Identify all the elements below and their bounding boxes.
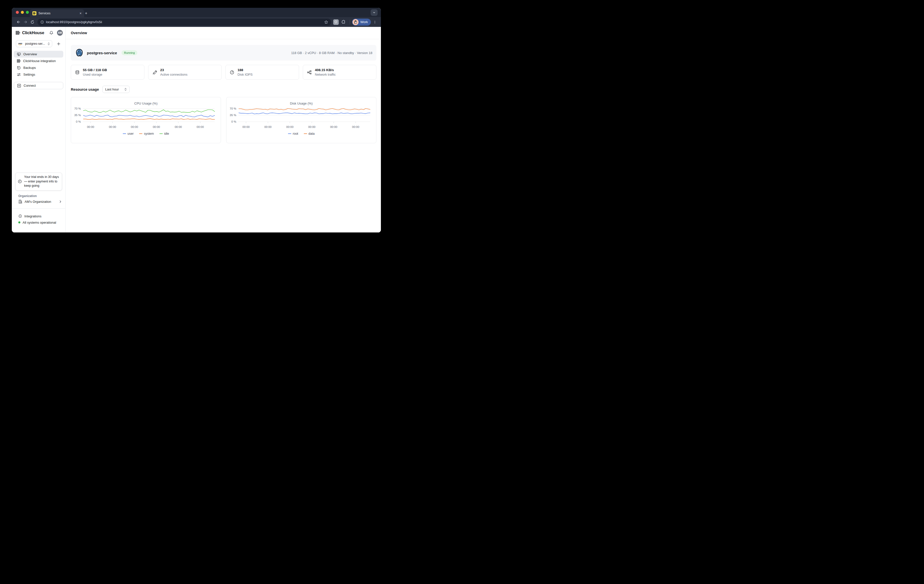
browser-toolbar: localhost:8910/postgres/pgkybgnv0s5ii Wo…	[12, 17, 381, 27]
brand-name: ClickHouse	[22, 30, 44, 35]
connect-button[interactable]: Connect	[14, 82, 63, 89]
tab-search-button[interactable]	[371, 9, 378, 16]
sidebar-item-backups[interactable]: Backups	[14, 65, 63, 71]
organization-row[interactable]: AM's Organization	[18, 199, 62, 205]
settings-sliders-icon	[17, 73, 21, 77]
aws-logo-icon: aws	[18, 42, 24, 45]
connect-label: Connect	[24, 84, 36, 88]
extensions-icon[interactable]	[341, 20, 346, 24]
main-content: Overview postgres-service Running 118 GB…	[66, 27, 381, 232]
sidebar-item-label: ClickHouse integration	[23, 59, 56, 63]
browser-tab[interactable]: Services ×	[30, 9, 84, 17]
sidebar-nav: Overview ClickHouse integration Backups …	[14, 51, 63, 78]
stat-value: 408.15 KB/s	[315, 68, 336, 72]
service-summary-panel: postgres-service Running 118 GB · 2 vCPU…	[71, 45, 376, 61]
time-range-value: Last hour	[105, 88, 119, 91]
svg-text:70 %: 70 %	[230, 107, 236, 110]
svg-text:00:00: 00:00	[87, 126, 94, 128]
add-service-button[interactable]	[55, 40, 62, 47]
chart-svg: Disk Usage (%)0 %35 %70 %00:0000:0000:00…	[226, 97, 376, 143]
chevron-updown-icon	[48, 42, 50, 45]
organization-section-label: Organization	[18, 194, 37, 198]
window-controls	[16, 11, 29, 14]
close-window-button[interactable]	[16, 11, 19, 14]
time-range-select[interactable]: Last hour	[102, 86, 130, 93]
legend-item: idle	[160, 132, 169, 136]
svg-text:00:00: 00:00	[242, 126, 249, 128]
building-icon	[18, 200, 22, 203]
resource-usage-title: Resource usage	[71, 88, 99, 91]
browser-window: Services × + localhost:8910/postgres/pgk…	[12, 8, 381, 232]
service-selector[interactable]: aws postgres-ser...	[16, 40, 52, 47]
chevron-down-icon	[373, 11, 376, 14]
service-specs: 118 GB · 2 vCPU · 8 GB RAM · No standby …	[291, 51, 372, 55]
clickhouse-favicon-icon	[32, 11, 36, 15]
sidebar-item-label: Backups	[23, 66, 36, 69]
legend-item: user	[123, 132, 134, 136]
page-header: Overview	[66, 27, 381, 39]
service-selector-value: postgres-ser...	[25, 42, 46, 45]
system-status-link[interactable]: All systems operational	[18, 220, 56, 225]
url-bar[interactable]: localhost:8910/postgres/pgkybgnv0s5ii	[37, 18, 331, 26]
svg-text:0 %: 0 %	[231, 120, 236, 123]
chart-svg: CPU Usage (%)0 %35 %70 %00:0000:0000:000…	[71, 97, 221, 143]
sidebar-item-overview[interactable]: Overview	[14, 51, 63, 58]
clickhouse-bars-icon	[17, 59, 21, 63]
forward-button[interactable]	[22, 18, 29, 26]
svg-text:0 %: 0 %	[76, 120, 81, 123]
service-name: postgres-service	[87, 51, 117, 55]
stat-label: Used storage	[83, 73, 107, 76]
browser-menu-icon[interactable]	[372, 18, 378, 26]
connect-icon	[17, 84, 21, 88]
backups-history-icon	[17, 66, 21, 70]
bookmark-star-icon[interactable]	[324, 20, 328, 24]
svg-text:00:00: 00:00	[308, 126, 315, 128]
trial-notice[interactable]: Your trial ends in 30 days — enter payme…	[15, 173, 62, 190]
trial-notice-text: Your trial ends in 30 days — enter payme…	[24, 175, 59, 188]
chart-legend: usersystemidle	[71, 132, 221, 136]
svg-text:00:00: 00:00	[264, 126, 272, 128]
notifications-bell-icon[interactable]	[49, 31, 53, 35]
svg-text:aws: aws	[18, 42, 22, 45]
svg-text:00:00: 00:00	[109, 126, 116, 128]
cpu-usage-chart: CPU Usage (%)0 %35 %70 %00:0000:0000:000…	[71, 97, 221, 143]
sidebar-item-clickhouse-integration[interactable]: ClickHouse integration	[14, 58, 63, 65]
iops-icon	[230, 70, 234, 74]
profile-avatar	[353, 19, 358, 25]
storage-icon	[75, 70, 79, 74]
stat-value: 188	[238, 68, 252, 72]
desktop-background: Services × + localhost:8910/postgres/pgk…	[0, 0, 387, 249]
tab-strip: Services × +	[12, 8, 381, 17]
new-tab-button[interactable]: +	[83, 10, 89, 17]
stat-value: 23	[160, 68, 187, 72]
svg-text:35 %: 35 %	[230, 114, 236, 117]
minimize-window-button[interactable]	[21, 11, 24, 14]
svg-text:00:00: 00:00	[196, 126, 204, 128]
tab-title: Services	[38, 12, 51, 15]
organization-name: AM's Organization	[25, 200, 51, 203]
svg-text:00:00: 00:00	[352, 126, 359, 128]
svg-text:35 %: 35 %	[74, 114, 81, 117]
svg-text:00:00: 00:00	[153, 126, 160, 128]
site-info-icon[interactable]	[40, 20, 44, 24]
svg-text:Disk Usage (%): Disk Usage (%)	[290, 101, 313, 105]
svg-text:00:00: 00:00	[131, 126, 138, 128]
shield-extension-icon[interactable]	[333, 19, 339, 25]
close-tab-icon[interactable]: ×	[79, 12, 82, 15]
status-dot-icon	[18, 222, 20, 223]
zoom-window-button[interactable]	[26, 11, 29, 14]
user-avatar[interactable]: AM	[57, 30, 63, 36]
integrations-link[interactable]: Integrations	[18, 213, 41, 219]
profile-chip[interactable]: Work	[352, 18, 371, 26]
stat-value: 55 GB / 118 GB	[83, 68, 107, 72]
stat-card-storage: 55 GB / 118 GBUsed storage	[71, 65, 144, 79]
sidebar-item-settings[interactable]: Settings	[14, 71, 63, 78]
sidebar-item-label: Overview	[23, 52, 37, 56]
clock-icon	[18, 179, 22, 184]
reload-button[interactable]	[29, 18, 36, 26]
puzzle-icon	[18, 214, 22, 218]
overview-monitor-icon	[17, 52, 21, 56]
legend-item: data	[304, 132, 315, 136]
back-button[interactable]	[15, 18, 22, 26]
svg-text:00:00: 00:00	[286, 126, 294, 128]
